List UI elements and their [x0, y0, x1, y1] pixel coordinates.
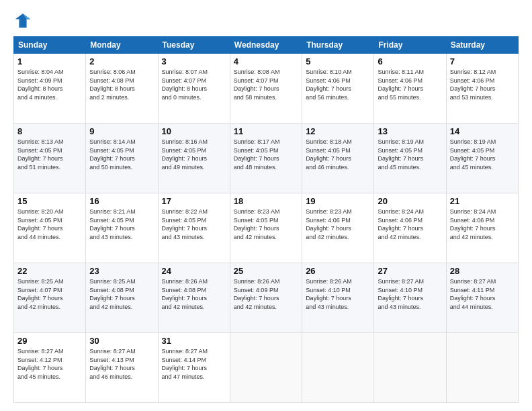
day-cell: 17Sunrise: 8:22 AM Sunset: 4:05 PM Dayli…	[158, 193, 230, 263]
week-row-4: 22Sunrise: 8:25 AM Sunset: 4:07 PM Dayli…	[14, 263, 519, 333]
day-cell: 7Sunrise: 8:12 AM Sunset: 4:06 PM Daylig…	[446, 54, 518, 124]
day-info: Sunrise: 8:23 AM Sunset: 4:06 PM Dayligh…	[306, 208, 370, 241]
day-info: Sunrise: 8:21 AM Sunset: 4:05 PM Dayligh…	[89, 208, 154, 241]
day-cell: 22Sunrise: 8:25 AM Sunset: 4:07 PM Dayli…	[14, 263, 86, 333]
day-number: 28	[450, 266, 515, 276]
day-info: Sunrise: 8:27 AM Sunset: 4:14 PM Dayligh…	[162, 347, 226, 381]
day-number: 11	[234, 126, 298, 136]
day-cell: 21Sunrise: 8:24 AM Sunset: 4:06 PM Dayli…	[446, 193, 518, 263]
day-info: Sunrise: 8:24 AM Sunset: 4:06 PM Dayligh…	[378, 208, 442, 241]
header	[13, 11, 519, 30]
day-info: Sunrise: 8:11 AM Sunset: 4:06 PM Dayligh…	[378, 68, 442, 101]
day-cell: 20Sunrise: 8:24 AM Sunset: 4:06 PM Dayli…	[374, 193, 446, 263]
day-info: Sunrise: 8:25 AM Sunset: 4:07 PM Dayligh…	[17, 277, 82, 311]
day-number: 3	[162, 56, 226, 66]
day-info: Sunrise: 8:27 AM Sunset: 4:12 PM Dayligh…	[17, 347, 82, 381]
logo-icon	[13, 11, 32, 30]
day-number: 2	[89, 56, 154, 66]
day-number: 30	[89, 336, 154, 346]
day-cell	[230, 333, 302, 403]
day-info: Sunrise: 8:18 AM Sunset: 4:05 PM Dayligh…	[306, 138, 370, 171]
day-cell: 2Sunrise: 8:06 AM Sunset: 4:08 PM Daylig…	[86, 54, 158, 124]
day-header-friday: Friday	[374, 37, 446, 54]
day-info: Sunrise: 8:26 AM Sunset: 4:08 PM Dayligh…	[162, 277, 226, 311]
day-info: Sunrise: 8:26 AM Sunset: 4:09 PM Dayligh…	[234, 277, 298, 311]
day-info: Sunrise: 8:27 AM Sunset: 4:11 PM Dayligh…	[450, 277, 515, 311]
day-header-tuesday: Tuesday	[158, 37, 230, 54]
svg-marker-0	[15, 13, 30, 28]
calendar-table: SundayMondayTuesdayWednesdayThursdayFrid…	[13, 36, 519, 403]
day-number: 9	[89, 126, 154, 136]
day-info: Sunrise: 8:19 AM Sunset: 4:05 PM Dayligh…	[378, 138, 442, 171]
day-number: 20	[378, 196, 442, 206]
day-info: Sunrise: 8:06 AM Sunset: 4:08 PM Dayligh…	[89, 68, 154, 101]
day-info: Sunrise: 8:10 AM Sunset: 4:06 PM Dayligh…	[306, 68, 370, 101]
day-number: 1	[17, 56, 82, 66]
day-number: 31	[162, 336, 226, 346]
day-header-wednesday: Wednesday	[230, 37, 302, 54]
day-cell: 1Sunrise: 8:04 AM Sunset: 4:09 PM Daylig…	[14, 54, 86, 124]
day-number: 12	[306, 126, 370, 136]
day-cell: 5Sunrise: 8:10 AM Sunset: 4:06 PM Daylig…	[302, 54, 374, 124]
day-info: Sunrise: 8:25 AM Sunset: 4:08 PM Dayligh…	[89, 277, 154, 311]
day-cell: 3Sunrise: 8:07 AM Sunset: 4:07 PM Daylig…	[158, 54, 230, 124]
day-number: 24	[162, 266, 226, 276]
day-header-sunday: Sunday	[14, 37, 86, 54]
day-info: Sunrise: 8:26 AM Sunset: 4:10 PM Dayligh…	[306, 277, 370, 311]
day-info: Sunrise: 8:27 AM Sunset: 4:13 PM Dayligh…	[89, 347, 154, 381]
week-row-1: 1Sunrise: 8:04 AM Sunset: 4:09 PM Daylig…	[14, 54, 519, 124]
day-info: Sunrise: 8:22 AM Sunset: 4:05 PM Dayligh…	[162, 208, 226, 241]
day-number: 17	[162, 196, 226, 206]
day-cell: 11Sunrise: 8:17 AM Sunset: 4:05 PM Dayli…	[230, 124, 302, 193]
day-info: Sunrise: 8:20 AM Sunset: 4:05 PM Dayligh…	[17, 208, 82, 241]
day-cell: 31Sunrise: 8:27 AM Sunset: 4:14 PM Dayli…	[158, 333, 230, 403]
day-info: Sunrise: 8:19 AM Sunset: 4:05 PM Dayligh…	[450, 138, 515, 171]
day-cell: 8Sunrise: 8:13 AM Sunset: 4:05 PM Daylig…	[14, 124, 86, 193]
day-number: 22	[17, 266, 82, 276]
day-info: Sunrise: 8:16 AM Sunset: 4:05 PM Dayligh…	[162, 138, 226, 171]
day-cell: 24Sunrise: 8:26 AM Sunset: 4:08 PM Dayli…	[158, 263, 230, 333]
day-cell: 12Sunrise: 8:18 AM Sunset: 4:05 PM Dayli…	[302, 124, 374, 193]
week-row-3: 15Sunrise: 8:20 AM Sunset: 4:05 PM Dayli…	[14, 193, 519, 263]
page: SundayMondayTuesdayWednesdayThursdayFrid…	[0, 0, 532, 411]
day-number: 27	[378, 266, 442, 276]
day-header-saturday: Saturday	[446, 37, 518, 54]
day-cell: 30Sunrise: 8:27 AM Sunset: 4:13 PM Dayli…	[86, 333, 158, 403]
day-number: 4	[234, 56, 298, 66]
day-info: Sunrise: 8:12 AM Sunset: 4:06 PM Dayligh…	[450, 68, 515, 101]
days-header-row: SundayMondayTuesdayWednesdayThursdayFrid…	[14, 37, 519, 54]
day-info: Sunrise: 8:07 AM Sunset: 4:07 PM Dayligh…	[162, 68, 226, 101]
day-header-monday: Monday	[86, 37, 158, 54]
day-cell	[374, 333, 446, 403]
day-number: 23	[89, 266, 154, 276]
day-cell: 29Sunrise: 8:27 AM Sunset: 4:12 PM Dayli…	[14, 333, 86, 403]
day-number: 14	[450, 126, 515, 136]
day-number: 29	[17, 336, 82, 346]
logo	[13, 11, 35, 30]
day-number: 21	[450, 196, 515, 206]
day-cell	[302, 333, 374, 403]
day-cell: 25Sunrise: 8:26 AM Sunset: 4:09 PM Dayli…	[230, 263, 302, 333]
day-cell: 14Sunrise: 8:19 AM Sunset: 4:05 PM Dayli…	[446, 124, 518, 193]
day-info: Sunrise: 8:08 AM Sunset: 4:07 PM Dayligh…	[234, 68, 298, 101]
day-cell: 19Sunrise: 8:23 AM Sunset: 4:06 PM Dayli…	[302, 193, 374, 263]
day-cell: 4Sunrise: 8:08 AM Sunset: 4:07 PM Daylig…	[230, 54, 302, 124]
day-number: 25	[234, 266, 298, 276]
day-cell: 10Sunrise: 8:16 AM Sunset: 4:05 PM Dayli…	[158, 124, 230, 193]
day-cell: 23Sunrise: 8:25 AM Sunset: 4:08 PM Dayli…	[86, 263, 158, 333]
day-number: 7	[450, 56, 515, 66]
day-cell: 15Sunrise: 8:20 AM Sunset: 4:05 PM Dayli…	[14, 193, 86, 263]
day-number: 5	[306, 56, 370, 66]
day-cell: 9Sunrise: 8:14 AM Sunset: 4:05 PM Daylig…	[86, 124, 158, 193]
day-number: 16	[89, 196, 154, 206]
day-cell	[446, 333, 518, 403]
day-number: 10	[162, 126, 226, 136]
day-cell: 16Sunrise: 8:21 AM Sunset: 4:05 PM Dayli…	[86, 193, 158, 263]
day-number: 18	[234, 196, 298, 206]
day-cell: 28Sunrise: 8:27 AM Sunset: 4:11 PM Dayli…	[446, 263, 518, 333]
day-info: Sunrise: 8:23 AM Sunset: 4:05 PM Dayligh…	[234, 208, 298, 241]
day-number: 13	[378, 126, 442, 136]
day-info: Sunrise: 8:17 AM Sunset: 4:05 PM Dayligh…	[234, 138, 298, 171]
day-info: Sunrise: 8:13 AM Sunset: 4:05 PM Dayligh…	[17, 138, 82, 171]
day-header-thursday: Thursday	[302, 37, 374, 54]
